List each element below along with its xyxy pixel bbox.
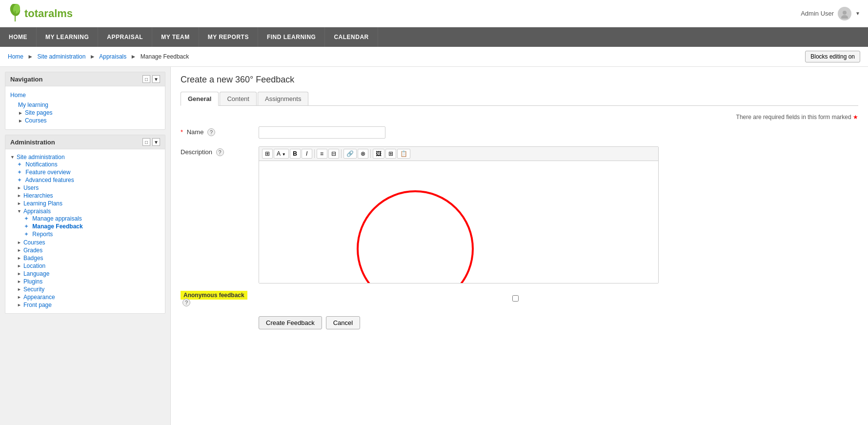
security-expand[interactable]: ► Security [17,286,160,293]
name-field-container [259,126,858,139]
appraisals-expand[interactable]: ▼ Appraisals [17,208,160,215]
tab-general[interactable]: General [181,92,219,106]
admin-block-config-icon[interactable]: □ [142,138,150,146]
learning-plans-link[interactable]: Learning Plans [23,200,62,207]
toolbar-grid-btn[interactable]: ⊞ [262,149,273,159]
nav-item-my-reports[interactable]: MY REPORTS [199,27,258,47]
tab-content[interactable]: Content [220,92,257,105]
breadcrumb-site-admin[interactable]: Site administration [38,53,86,60]
admin-block-toggle-icon[interactable]: ▼ [152,138,160,146]
toolbar-ul-btn[interactable]: ≡ [317,149,327,159]
breadcrumb-home[interactable]: Home [8,53,23,60]
tri-icon: ► [17,256,21,261]
tab-assignments[interactable]: Assignments [258,92,308,105]
courses-link[interactable]: Courses [23,239,45,246]
expand-arrow-icon: ► [18,110,23,116]
blocks-editing-button[interactable]: Blocks editing on [805,51,860,62]
nav-my-learning-link[interactable]: My learning [18,101,48,108]
nav-courses-expand[interactable]: ► Courses [18,117,160,124]
list-item: ► Security [17,285,160,293]
name-input[interactable] [259,126,385,139]
front-page-expand[interactable]: ► Front page [17,302,160,308]
front-page-link[interactable]: Front page [23,302,52,308]
toolbar-font-btn[interactable]: A ▼ [274,149,289,159]
breadcrumb-sep-2: ► [90,53,96,60]
list-item: ✦ Reports [24,230,160,238]
users-expand[interactable]: ► Users [17,184,160,191]
description-help-icon[interactable]: ? [216,148,224,156]
anonymous-feedback-checkbox[interactable] [512,295,519,302]
editor-toolbar: ⊞ A ▼ B I ≡ ⊟ 🔗 ⊗ 🖼 ⊞ 📋 [259,147,658,161]
plugins-expand[interactable]: ► Plugins [17,278,160,285]
nav-site-pages-link[interactable]: Site pages [25,109,53,116]
nav-block-toggle-icon[interactable]: ▼ [152,75,160,83]
list-item: ► Language [17,270,160,278]
toolbar-unlink-btn[interactable]: ⊗ [358,149,368,159]
cancel-button[interactable]: Cancel [326,316,360,329]
manage-appraisals-link[interactable]: Manage appraisals [32,215,81,222]
appraisals-link[interactable]: Appraisals [23,208,51,215]
nav-site-pages-expand[interactable]: ► Site pages [18,109,160,116]
list-item: ► Location [17,262,160,270]
list-item: Home [10,90,160,100]
nav-item-my-team[interactable]: MY TEAM [152,27,199,47]
hierarchies-expand[interactable]: ► Hierarchies [17,192,160,199]
tab-bar: General Content Assignments [181,92,858,106]
grades-expand[interactable]: ► Grades [17,247,160,254]
site-admin-link[interactable]: Site administration [17,154,65,161]
learning-plans-expand[interactable]: ► Learning Plans [17,200,160,207]
nav-item-calendar[interactable]: CALENDAR [325,27,378,47]
feature-overview-link[interactable]: Feature overview [25,169,70,176]
language-expand[interactable]: ► Language [17,270,160,277]
nav-item-appraisal[interactable]: APPRAISAL [98,27,152,47]
nav-item-my-learning[interactable]: MY LEARNING [37,27,98,47]
manage-feedback-link[interactable]: Manage Feedback [32,223,82,230]
plugins-link[interactable]: Plugins [23,278,42,285]
badges-expand[interactable]: ► Badges [17,255,160,262]
courses-expand[interactable]: ► Courses [17,239,160,246]
nav-home-link[interactable]: Home [10,92,26,99]
grades-link[interactable]: Grades [23,247,42,254]
hierarchies-link[interactable]: Hierarchies [23,192,53,199]
anon-help-icon[interactable]: ? [182,299,190,306]
site-admin-expand[interactable]: ▼ Site administration [10,154,160,161]
toolbar-link-btn[interactable]: 🔗 [343,149,357,159]
nav-item-find-learning[interactable]: FIND LEARNING [258,27,325,47]
language-link[interactable]: Language [23,270,49,277]
toolbar-paste-btn[interactable]: 📋 [397,149,410,159]
location-expand[interactable]: ► Location [17,263,160,269]
editor-body[interactable] [259,161,658,283]
badges-link[interactable]: Badges [23,255,43,262]
list-item: ► Front page [17,301,160,309]
user-dropdown-icon[interactable]: ▼ [855,11,860,16]
location-link[interactable]: Location [23,263,45,269]
logo-area: totaralms [8,4,73,23]
toolbar-italic-btn[interactable]: I [302,149,312,159]
nav-block-config-icon[interactable]: □ [142,75,150,83]
create-feedback-button[interactable]: Create Feedback [259,316,322,329]
navigation-block-header: Navigation □ ▼ [5,72,165,86]
toolbar-image-btn[interactable]: 🖼 [373,149,384,159]
nav-item-home[interactable]: HOME [0,27,37,47]
nav-courses-link[interactable]: Courses [25,117,47,124]
anonymous-feedback-row: Anonymous feedback ? [181,291,858,306]
name-help-icon[interactable]: ? [207,128,215,136]
notifications-link[interactable]: Notifications [25,161,57,168]
breadcrumb-bar: Home ► Site administration ► Appraisals … [0,47,868,67]
admin-sub-tree: ✦ Notifications ✦ Feature overview ✦ Adv… [10,161,160,309]
toolbar-ol-btn[interactable]: ⊟ [328,149,339,159]
list-item: My learning ► Site pages ► [10,100,160,125]
users-link[interactable]: Users [23,184,39,191]
reports-link[interactable]: Reports [32,231,53,238]
description-label: Description ? [181,146,259,156]
svg-point-3 [843,11,847,15]
list-item: ► Users [17,184,160,192]
appearance-expand[interactable]: ► Appearance [17,294,160,301]
toolbar-table-btn[interactable]: ⊞ [385,149,396,159]
appearance-link[interactable]: Appearance [23,294,55,301]
toolbar-bold-btn[interactable]: B [290,149,301,159]
security-link[interactable]: Security [23,286,44,293]
advanced-features-link[interactable]: Advanced features [25,177,74,183]
name-form-row: * Name ? [181,126,858,139]
breadcrumb-appraisals[interactable]: Appraisals [99,53,126,60]
